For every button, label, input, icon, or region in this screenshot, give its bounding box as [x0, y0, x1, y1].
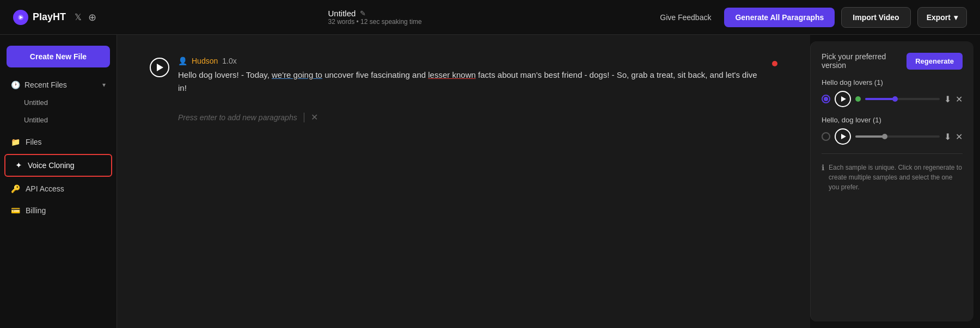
- file-meta: 32 words • 12 sec speaking time: [328, 18, 422, 26]
- right-panel: Pick your preferred version Regenerate H…: [810, 41, 973, 321]
- recent-file-item-1[interactable]: Untitled: [7, 112, 110, 128]
- logo-icon: [13, 10, 28, 25]
- voice-name[interactable]: Hudson: [192, 57, 218, 65]
- version-1-progress-bar[interactable]: [865, 98, 940, 100]
- export-button[interactable]: Export ▾: [917, 7, 967, 28]
- paragraph-text[interactable]: Hello dog lovers! - Today, we're going t…: [178, 69, 763, 95]
- regenerate-button[interactable]: Regenerate: [906, 53, 963, 70]
- voice-speed: 1.0x: [222, 57, 236, 65]
- main-container: Create New File 🕐 Recent Files ▾ Untitle…: [0, 35, 980, 328]
- sidebar-item-billing[interactable]: 💳 Billing: [0, 201, 117, 220]
- close-paragraph-icon[interactable]: ✕: [311, 112, 318, 122]
- version-2-progress-dot: [882, 134, 887, 139]
- sidebar-item-files[interactable]: 📁 Files: [0, 132, 117, 152]
- chevron-down-icon: ▾: [954, 13, 958, 22]
- export-label: Export: [927, 13, 951, 22]
- sidebar: Create New File 🕐 Recent Files ▾ Untitle…: [0, 35, 117, 328]
- text-span-red-1: lesser known: [428, 70, 476, 79]
- recent-files-section: 🕐 Recent Files ▾ Untitled Untitled: [0, 76, 117, 129]
- sidebar-files-label: Files: [26, 138, 42, 146]
- content-area: 👤 Hudson 1.0x Hello dog lovers! - Today,…: [117, 35, 810, 328]
- create-new-file-button[interactable]: Create New File: [7, 46, 110, 67]
- panel-divider: [822, 153, 963, 154]
- sidebar-item-voice-cloning[interactable]: ✦ Voice Cloning: [4, 154, 112, 177]
- recent-files-left: 🕐 Recent Files: [11, 81, 67, 89]
- sidebar-item-api-access[interactable]: 🔑 API Access: [0, 179, 117, 199]
- sidebar-api-label: API Access: [26, 184, 64, 193]
- recent-file-item-0[interactable]: Untitled: [7, 94, 110, 111]
- version-1-radio[interactable]: [822, 95, 830, 103]
- version-1-close-icon[interactable]: ✕: [955, 94, 963, 104]
- version-2-label: Hello, dog lover (1): [822, 116, 963, 124]
- recording-indicator: [772, 61, 777, 66]
- chevron-down-icon: ▾: [102, 81, 106, 89]
- logo: PlayHT: [13, 10, 66, 25]
- play-icon: [841, 96, 846, 102]
- file-title-row: Untitled ✎: [328, 9, 366, 18]
- sidebar-voice-cloning-label: Voice Cloning: [28, 161, 75, 170]
- text-span-blue-1: we're going to: [272, 70, 322, 79]
- header: PlayHT 𝕏 ⊕ Untitled ✎ 32 words • 12 sec …: [0, 0, 980, 35]
- edit-icon[interactable]: ✎: [360, 9, 366, 17]
- add-paragraph-placeholder[interactable]: Press enter to add new paragraphs: [178, 113, 297, 122]
- right-panel-header: Pick your preferred version Regenerate: [822, 52, 963, 70]
- folder-icon: 📁: [11, 138, 20, 146]
- version-1-active-dot: [855, 96, 861, 102]
- discord-icon[interactable]: ⊕: [88, 11, 96, 23]
- version-1-label: Hello dog lovers (1): [822, 78, 963, 86]
- info-icon: ℹ: [822, 163, 824, 172]
- version-1-download-icon[interactable]: ⬇: [944, 94, 951, 104]
- feedback-button[interactable]: Give Feedback: [653, 9, 718, 26]
- version-2-progress-bar[interactable]: [855, 135, 940, 138]
- version-1-progress-dot: [892, 96, 898, 102]
- right-panel-title: Pick your preferred version: [822, 52, 906, 70]
- play-icon: [841, 134, 846, 139]
- clock-icon: 🕐: [11, 81, 20, 89]
- radio-inner: [824, 97, 828, 101]
- social-icons: 𝕏 ⊕: [75, 11, 96, 23]
- version-1-play-button[interactable]: [835, 91, 851, 107]
- header-center: Untitled ✎ 32 words • 12 sec speaking ti…: [328, 9, 422, 26]
- editor-area: 👤 Hudson 1.0x Hello dog lovers! - Today,…: [117, 35, 810, 328]
- voice-person-icon: 👤: [178, 57, 187, 65]
- play-button[interactable]: [150, 58, 169, 77]
- version-2-download-icon[interactable]: ⬇: [944, 132, 951, 142]
- version-2-controls: ⬇ ✕: [822, 128, 963, 145]
- header-left: PlayHT 𝕏 ⊕: [13, 10, 96, 25]
- version-2-progress-fill: [855, 135, 885, 138]
- key-icon: 🔑: [11, 184, 20, 193]
- recent-files-header[interactable]: 🕐 Recent Files ▾: [7, 76, 110, 94]
- version-item-1: Hello dog lovers (1) ⬇ ✕: [822, 78, 963, 107]
- paragraph-content: 👤 Hudson 1.0x Hello dog lovers! - Today,…: [178, 57, 763, 95]
- version-1-progress-fill: [865, 98, 895, 100]
- info-text-row: ℹ Each sample is unique. Click on regene…: [822, 163, 963, 192]
- sidebar-billing-label: Billing: [26, 206, 46, 215]
- version-2-play-button[interactable]: [835, 128, 851, 145]
- logo-text: PlayHT: [33, 11, 66, 23]
- divider: [304, 113, 304, 122]
- recent-files-label: Recent Files: [24, 81, 67, 89]
- info-text: Each sample is unique. Click on regenera…: [829, 163, 963, 192]
- header-right: Give Feedback Generate All Paragraphs Im…: [653, 7, 967, 28]
- card-icon: 💳: [11, 206, 20, 215]
- paragraph-block: 👤 Hudson 1.0x Hello dog lovers! - Today,…: [150, 57, 777, 95]
- play-icon: [157, 64, 163, 71]
- version-2-close-icon[interactable]: ✕: [955, 132, 963, 142]
- add-paragraph-row: Press enter to add new paragraphs ✕: [178, 106, 777, 129]
- version-item-2: Hello, dog lover (1) ⬇ ✕: [822, 116, 963, 145]
- version-2-radio[interactable]: [822, 132, 830, 141]
- import-video-button[interactable]: Import Video: [841, 7, 910, 28]
- file-title: Untitled: [328, 9, 356, 18]
- generate-button[interactable]: Generate All Paragraphs: [724, 8, 835, 27]
- version-1-controls: ⬇ ✕: [822, 91, 963, 107]
- voice-label-row: 👤 Hudson 1.0x: [178, 57, 763, 65]
- sparkle-icon: ✦: [15, 160, 22, 170]
- twitter-icon[interactable]: 𝕏: [75, 12, 82, 22]
